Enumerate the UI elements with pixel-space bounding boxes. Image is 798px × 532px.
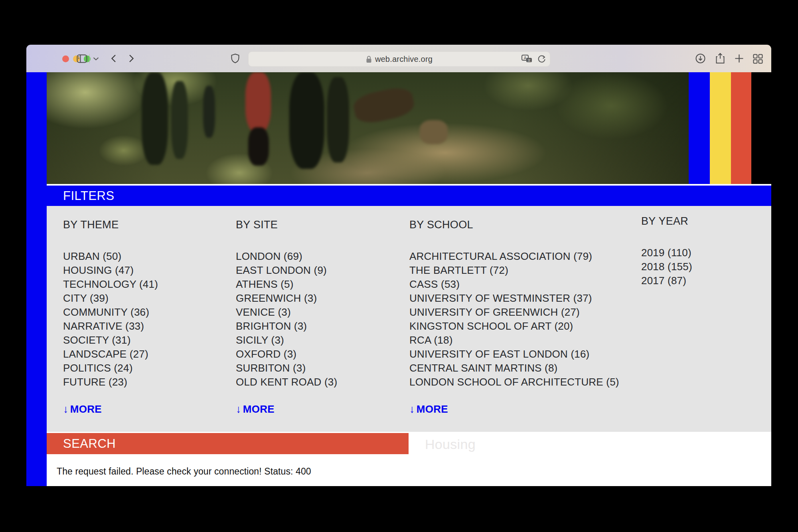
filter-item[interactable]: UNIVERSITY OF GREENWICH (27) [409, 305, 619, 319]
lock-icon [366, 55, 372, 63]
chevron-down-icon[interactable] [93, 57, 99, 61]
svg-text:文: 文 [527, 58, 531, 62]
filter-item[interactable]: 2019 (110) [641, 246, 692, 260]
filter-item[interactable]: COMMUNITY (36) [63, 305, 158, 319]
column-title: BY SCHOOL [409, 219, 473, 231]
filter-item[interactable]: SOCIETY (31) [63, 333, 158, 347]
filter-item[interactable]: 2017 (87) [641, 274, 692, 288]
browser-toolbar: web.archive.org A 文 [26, 45, 771, 73]
filter-item[interactable]: LANDSCAPE (27) [63, 347, 158, 361]
filter-item[interactable]: THE BARTLETT (72) [409, 263, 619, 277]
more-button-site[interactable]: ↓ MORE [236, 403, 275, 415]
privacy-shield-icon[interactable] [231, 53, 239, 63]
filter-list-site: LONDON (69)EAST LONDON (9)ATHENS (5)GREE… [236, 249, 337, 389]
more-label: MORE [70, 403, 102, 415]
filter-item[interactable]: 2018 (155) [641, 260, 692, 274]
filters-header: FILTERS [47, 186, 771, 206]
reload-icon[interactable] [537, 55, 546, 63]
filter-list-year: 2019 (110)2018 (155)2017 (87) [641, 246, 692, 288]
filter-item[interactable]: HOUSING (47) [63, 263, 158, 277]
address-bar[interactable]: web.archive.org A 文 [248, 51, 550, 67]
search-ghost-text: Housing [425, 437, 476, 452]
down-arrow-icon: ↓ [236, 403, 241, 415]
search-title: SEARCH [63, 437, 116, 451]
filter-item[interactable]: UNIVERSITY OF EAST LONDON (16) [409, 347, 619, 361]
filter-item[interactable]: RCA (18) [409, 333, 619, 347]
filter-item[interactable]: TECHNOLOGY (41) [63, 277, 158, 291]
close-window-button[interactable] [62, 55, 69, 62]
banner-stripe-blue [689, 72, 710, 184]
sidebar-toggle-icon[interactable] [77, 54, 87, 63]
back-button[interactable] [111, 54, 116, 63]
filter-item[interactable]: FUTURE (23) [63, 375, 158, 389]
filter-item[interactable]: BRIGHTON (3) [236, 319, 337, 333]
filter-item[interactable]: CASS (53) [409, 277, 619, 291]
browser-window: web.archive.org A 文 [26, 45, 771, 492]
left-blue-strip [26, 72, 47, 486]
more-button-theme[interactable]: ↓ MORE [63, 403, 102, 415]
page-content: FILTERS BY THEME URBAN (50)HOUSING (47)T… [26, 72, 771, 492]
filters-title: FILTERS [63, 189, 115, 203]
url-text: web.archive.org [375, 55, 433, 64]
filter-item[interactable]: UNIVERSITY OF WESTMINSTER (37) [409, 291, 619, 305]
filter-item[interactable]: ARCHITECTURAL ASSOCIATION (79) [409, 249, 619, 263]
filter-item[interactable]: LONDON (69) [236, 249, 337, 263]
down-arrow-icon: ↓ [409, 403, 415, 415]
more-label: MORE [243, 403, 275, 415]
share-icon[interactable] [715, 53, 725, 64]
svg-text:A: A [524, 56, 527, 60]
tab-overview-icon[interactable] [753, 54, 763, 64]
banner-stripe-red [731, 72, 751, 184]
filter-item[interactable]: SICILY (3) [236, 333, 337, 347]
column-title: BY SITE [236, 219, 278, 231]
forward-button[interactable] [129, 54, 134, 63]
search-section: SEARCH Housing The request failed. Pleas… [47, 432, 771, 486]
filter-item[interactable]: POLITICS (24) [63, 361, 158, 375]
filter-item[interactable]: NARRATIVE (33) [63, 319, 158, 333]
filter-item[interactable]: ATHENS (5) [236, 277, 337, 291]
filter-item[interactable]: GREENWICH (3) [236, 291, 337, 305]
filter-item[interactable]: OXFORD (3) [236, 347, 337, 361]
filter-list-theme: URBAN (50)HOUSING (47)TECHNOLOGY (41)CIT… [63, 249, 158, 389]
filter-list-school: ARCHITECTURAL ASSOCIATION (79)THE BARTLE… [409, 249, 619, 389]
downloads-icon[interactable] [695, 53, 705, 63]
down-arrow-icon: ↓ [63, 403, 69, 415]
filter-item[interactable]: CITY (39) [63, 291, 158, 305]
filter-item[interactable]: OLD KENT ROAD (3) [236, 375, 337, 389]
filter-item[interactable]: VENICE (3) [236, 305, 337, 319]
column-title: BY YEAR [641, 215, 688, 227]
error-message: The request failed. Please check your co… [57, 466, 311, 477]
hero-photo [47, 72, 689, 184]
search-bar[interactable]: SEARCH [47, 433, 409, 454]
column-title: BY THEME [63, 219, 119, 231]
filter-item[interactable]: KINGSTON SCHOOL OF ART (20) [409, 319, 619, 333]
toolbar-separator [89, 54, 90, 63]
more-label: MORE [417, 403, 448, 415]
filter-item[interactable]: EAST LONDON (9) [236, 263, 337, 277]
more-button-school[interactable]: ↓ MORE [409, 403, 448, 415]
banner-stripe-yellow [710, 72, 731, 184]
filter-item[interactable]: CENTRAL SAINT MARTINS (8) [409, 361, 619, 375]
filter-item[interactable]: URBAN (50) [63, 249, 158, 263]
translate-icon[interactable]: A 文 [521, 55, 533, 63]
filter-item[interactable]: SURBITON (3) [236, 361, 337, 375]
filter-item[interactable]: LONDON SCHOOL OF ARCHITECTURE (5) [409, 375, 619, 389]
filters-panel: BY THEME URBAN (50)HOUSING (47)TECHNOLOG… [47, 206, 771, 432]
new-tab-icon[interactable] [735, 54, 744, 63]
